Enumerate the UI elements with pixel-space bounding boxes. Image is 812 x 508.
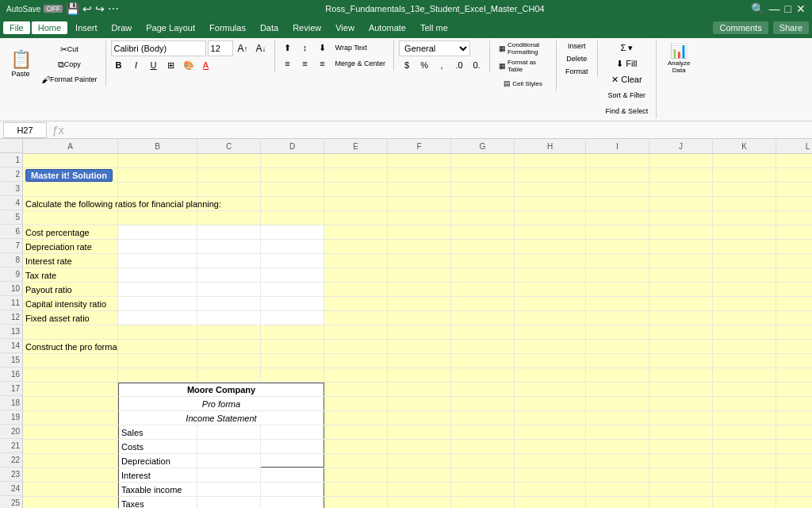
cell-g25[interactable] — [451, 497, 515, 508]
cell-h23[interactable] — [515, 468, 586, 482]
cell-a6[interactable]: Cost percentage — [23, 225, 118, 239]
cell-b24-taxable[interactable]: Taxable income — [118, 483, 197, 496]
cell-h15[interactable] — [515, 354, 586, 368]
cell-i15[interactable] — [586, 354, 649, 368]
align-bottom-button[interactable]: ⬇ — [315, 40, 331, 55]
cell-j8[interactable] — [649, 254, 713, 267]
cell-b18-pro-forma[interactable]: Pro forma — [118, 397, 324, 410]
cell-k19[interactable] — [713, 411, 776, 425]
cell-f9[interactable] — [388, 268, 451, 282]
cell-e8[interactable] — [324, 254, 388, 267]
cell-f18[interactable] — [388, 397, 451, 410]
cell-e20[interactable] — [324, 425, 388, 439]
cell-j14[interactable] — [649, 340, 713, 353]
cell-d7[interactable] — [261, 240, 324, 253]
format-button[interactable]: Format — [561, 66, 592, 77]
insert-button[interactable]: Insert — [564, 40, 590, 52]
cell-c24[interactable] — [197, 483, 261, 496]
cell-j9[interactable] — [649, 268, 713, 282]
cell-j21[interactable] — [649, 440, 713, 453]
cell-k18[interactable] — [713, 397, 776, 410]
cell-c20[interactable] — [197, 425, 261, 439]
cell-f8[interactable] — [388, 254, 451, 267]
cell-j19[interactable] — [649, 411, 713, 425]
cell-j24[interactable] — [649, 483, 713, 496]
col-header-g[interactable]: G — [451, 139, 515, 153]
cell-f19[interactable] — [388, 411, 451, 425]
cell-a15[interactable] — [23, 354, 118, 368]
cell-b6[interactable] — [118, 225, 197, 239]
cell-e11[interactable] — [324, 297, 388, 310]
clear-button[interactable]: ✕ Clear — [608, 72, 645, 87]
cell-e25[interactable] — [324, 497, 388, 508]
cell-b20-sales[interactable]: Sales — [118, 425, 197, 439]
cell-a21[interactable] — [23, 440, 118, 453]
cell-d16[interactable] — [261, 368, 324, 382]
col-header-c[interactable]: C — [197, 139, 261, 153]
cell-h7[interactable] — [515, 240, 586, 253]
cell-g13[interactable] — [451, 325, 515, 339]
cell-h16[interactable] — [515, 368, 586, 382]
cell-c14[interactable] — [197, 340, 261, 353]
cell-a18[interactable] — [23, 397, 118, 410]
cell-j23[interactable] — [649, 468, 713, 482]
cell-f13[interactable] — [388, 325, 451, 339]
cell-e18[interactable] — [324, 397, 388, 410]
cell-c7[interactable] — [197, 240, 261, 253]
cell-f6[interactable] — [388, 225, 451, 239]
cell-k25[interactable] — [713, 497, 776, 508]
cell-d10[interactable] — [261, 283, 324, 296]
cell-i5[interactable] — [586, 211, 649, 225]
cell-b2[interactable] — [118, 168, 197, 182]
cell-j10[interactable] — [649, 283, 713, 296]
col-header-f[interactable]: F — [388, 139, 451, 153]
cell-b9[interactable] — [118, 268, 197, 282]
cell-k10[interactable] — [713, 283, 776, 296]
cell-b23-interest[interactable]: Interest — [118, 468, 197, 482]
cell-d13[interactable] — [261, 325, 324, 339]
cell-e9[interactable] — [324, 268, 388, 282]
cell-a4[interactable]: Calculate the following ratios for finan… — [23, 197, 118, 210]
cell-c22[interactable] — [197, 454, 261, 468]
cell-f25[interactable] — [388, 497, 451, 508]
cell-k16[interactable] — [713, 368, 776, 382]
cell-c9[interactable] — [197, 268, 261, 282]
cell-i10[interactable] — [586, 283, 649, 296]
col-header-d[interactable]: D — [261, 139, 324, 153]
cell-h2[interactable] — [515, 168, 586, 182]
col-header-k[interactable]: K — [713, 139, 776, 153]
cell-e19[interactable] — [324, 411, 388, 425]
font-name-input[interactable] — [111, 40, 206, 56]
cell-a13[interactable] — [23, 325, 118, 339]
cell-g7[interactable] — [451, 240, 515, 253]
wrap-text-button[interactable]: Wrap Text — [332, 40, 370, 55]
cell-a7[interactable]: Depreciation rate — [23, 240, 118, 253]
cell-i23[interactable] — [586, 468, 649, 482]
cell-d8[interactable] — [261, 254, 324, 267]
cell-j12[interactable] — [649, 311, 713, 325]
cell-h14[interactable] — [515, 340, 586, 353]
cell-a24[interactable] — [23, 483, 118, 496]
cell-k23[interactable] — [713, 468, 776, 482]
cell-i24[interactable] — [586, 483, 649, 496]
cell-d14[interactable] — [261, 340, 324, 353]
cell-c23[interactable] — [197, 468, 261, 482]
cell-a9[interactable]: Tax rate — [23, 268, 118, 282]
cell-j11[interactable] — [649, 297, 713, 310]
cell-h6[interactable] — [515, 225, 586, 239]
cell-h25[interactable] — [515, 497, 586, 508]
cell-j3[interactable] — [649, 183, 713, 196]
cell-b15[interactable] — [118, 354, 197, 368]
cell-j6[interactable] — [649, 225, 713, 239]
cell-d25[interactable] — [261, 497, 324, 508]
cell-d3[interactable] — [261, 183, 324, 196]
menu-view[interactable]: View — [329, 21, 361, 34]
cell-j17[interactable] — [649, 383, 713, 396]
cell-b22-depr[interactable]: Depreciation — [118, 454, 197, 468]
cell-e17[interactable] — [324, 383, 388, 396]
menu-data[interactable]: Data — [254, 21, 285, 34]
cell-i6[interactable] — [586, 225, 649, 239]
conditional-formatting-button[interactable]: ▦ Conditional Formatting — [495, 40, 551, 56]
cell-d12[interactable] — [261, 311, 324, 325]
cell-g20[interactable] — [451, 425, 515, 439]
